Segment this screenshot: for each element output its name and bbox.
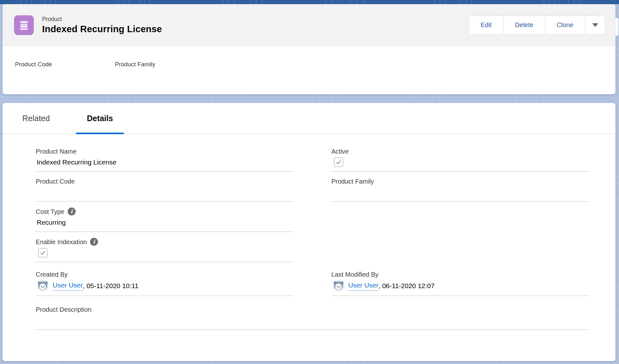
details-left-column: Product Name Indexed Recurring License P… bbox=[36, 142, 293, 296]
page-scrollbar-thumb[interactable] bbox=[615, 18, 619, 36]
field-active: Active bbox=[332, 148, 589, 172]
tab-bar: Related Details bbox=[3, 103, 615, 134]
field-value: User User, 05-11-2020 10:11 bbox=[36, 278, 293, 296]
field-label: Last Modified By bbox=[332, 271, 589, 278]
edit-button[interactable]: Edit bbox=[469, 16, 503, 34]
record-page: Product Indexed Recurring License Edit D… bbox=[3, 4, 615, 361]
chevron-down-icon bbox=[592, 23, 598, 27]
field-label: Product Family bbox=[115, 61, 215, 68]
last-modified-by-user-link[interactable]: User User bbox=[348, 281, 379, 291]
field-value bbox=[332, 155, 589, 172]
last-modified-datetime: , 06-11-2020 12:07 bbox=[378, 282, 435, 290]
highlights-panel: Product Code Product Family bbox=[3, 46, 615, 68]
record-header-card: Product Indexed Recurring License Edit D… bbox=[3, 4, 615, 94]
entity-text: Product Indexed Recurring License bbox=[42, 16, 162, 34]
field-last-modified-by: Last Modified By bbox=[332, 271, 589, 296]
field-enable-indexation: Enable Indexation i bbox=[36, 238, 293, 262]
details-panel: Product Name Indexed Recurring License P… bbox=[3, 134, 615, 296]
field-created-by: Created By bbox=[36, 271, 293, 296]
field-label: Created By bbox=[36, 271, 293, 278]
field-product-family: Product Family bbox=[332, 178, 589, 202]
user-avatar[interactable] bbox=[332, 280, 345, 292]
info-icon[interactable]: i bbox=[68, 207, 76, 215]
product-crate-icon bbox=[18, 19, 30, 31]
record-detail-card: Related Details Product Name Indexed Rec… bbox=[3, 103, 615, 361]
field-label-text: Cost Type bbox=[36, 208, 64, 215]
field-label: Product Description bbox=[36, 306, 589, 313]
created-by-user-link[interactable]: User User bbox=[53, 281, 83, 291]
field-cost-type: Cost Type i Recurring bbox=[36, 207, 293, 232]
record-actions: Edit Delete Clone bbox=[469, 16, 605, 35]
field-label: Enable Indexation i bbox=[36, 238, 293, 246]
more-actions-button[interactable] bbox=[585, 16, 605, 34]
field-label: Product Code bbox=[36, 178, 293, 185]
field-label: Product Family bbox=[332, 178, 589, 185]
tab-details[interactable]: Details bbox=[76, 103, 124, 134]
created-datetime: , 05-11-2020 10:11 bbox=[83, 282, 138, 290]
user-avatar[interactable] bbox=[37, 280, 49, 292]
field-value bbox=[36, 185, 293, 202]
checkbox-checked-icon bbox=[38, 248, 48, 258]
delete-button[interactable]: Delete bbox=[503, 16, 545, 34]
page-title: Indexed Recurring License bbox=[42, 24, 162, 34]
highlight-field-product-code: Product Code bbox=[15, 61, 115, 68]
info-icon[interactable]: i bbox=[90, 238, 98, 246]
details-right-column: Active Product Family Last Modified By bbox=[332, 142, 589, 296]
field-value bbox=[36, 246, 293, 262]
record-header-top: Product Indexed Recurring License Edit D… bbox=[3, 4, 615, 46]
clone-button[interactable]: Clone bbox=[545, 16, 585, 34]
field-product-name: Product Name Indexed Recurring License bbox=[36, 148, 293, 172]
product-entity-icon bbox=[14, 15, 34, 35]
field-label: Cost Type i bbox=[36, 207, 293, 215]
field-label-text: Enable Indexation bbox=[36, 238, 87, 246]
highlight-field-product-family: Product Family bbox=[115, 61, 215, 68]
field-value bbox=[332, 185, 589, 202]
field-value bbox=[36, 313, 589, 330]
field-label: Product Code bbox=[15, 61, 115, 68]
entity-label: Product bbox=[42, 16, 162, 23]
field-value: Recurring bbox=[36, 215, 293, 232]
action-button-group: Edit Delete Clone bbox=[469, 16, 605, 35]
tab-related[interactable]: Related bbox=[11, 103, 61, 134]
field-value: Indexed Recurring License bbox=[36, 155, 293, 172]
field-product-description: Product Description bbox=[3, 296, 615, 330]
field-label: Active bbox=[332, 148, 589, 155]
field-value: User User, 06-11-2020 12:07 bbox=[332, 278, 589, 296]
field-label: Product Name bbox=[36, 148, 293, 155]
field-product-code: Product Code bbox=[36, 178, 293, 202]
checkbox-checked-icon bbox=[334, 157, 343, 167]
